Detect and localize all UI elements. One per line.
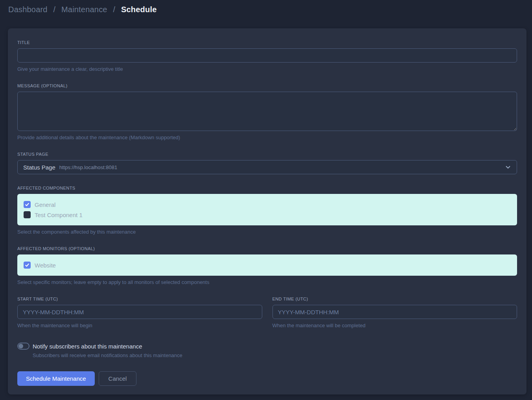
notify-subscribers-toggle[interactable] — [17, 343, 29, 350]
breadcrumb-maintenance[interactable]: Maintenance — [61, 5, 107, 14]
check-icon — [25, 263, 29, 267]
toggle-knob — [18, 344, 23, 348]
breadcrumb-separator: / — [113, 5, 115, 14]
title-input[interactable] — [17, 48, 517, 63]
status-page-field: STATUS PAGE Status Page https://hsp.loca… — [17, 152, 517, 174]
schedule-maintenance-form-panel: TITLE Give your maintenance a clear, des… — [8, 28, 526, 394]
title-hint: Give your maintenance a clear, descripti… — [17, 66, 517, 72]
check-icon — [25, 202, 29, 207]
component-option-general[interactable]: General — [24, 199, 511, 210]
breadcrumb: Dashboard / Maintenance / Schedule — [8, 5, 157, 14]
status-page-selected-url: https://hsp.localhost:8081 — [59, 164, 117, 170]
form-actions: Schedule Maintenance Cancel — [17, 371, 517, 386]
message-label: MESSAGE (OPTIONAL) — [17, 83, 517, 88]
affected-components-hint: Select the components affected by this m… — [17, 229, 517, 235]
notify-hint: Subscribers will receive email notificat… — [33, 352, 517, 358]
start-time-label: START TIME (UTC) — [17, 297, 262, 301]
monitor-option-website[interactable]: Website — [24, 260, 511, 270]
time-fields: START TIME (UTC) When the maintenance wi… — [17, 297, 517, 328]
monitor-option-label: Website — [35, 262, 56, 269]
schedule-maintenance-button[interactable]: Schedule Maintenance — [17, 371, 95, 386]
chevron-down-icon — [505, 164, 511, 170]
affected-monitors-label: AFFECTED MONITORS (OPTIONAL) — [17, 246, 517, 251]
message-textarea[interactable] — [17, 92, 517, 131]
affected-monitors-hint: Select specific monitors; leave empty to… — [17, 279, 517, 285]
end-time-label: END TIME (UTC) — [272, 297, 517, 301]
notify-section: Notify subscribers about this maintenanc… — [17, 343, 517, 358]
status-page-label: STATUS PAGE — [17, 152, 517, 157]
end-time-input[interactable] — [272, 305, 517, 319]
affected-components-label: AFFECTED COMPONENTS — [17, 186, 517, 190]
component-option-label: General — [35, 201, 55, 208]
end-time-field: END TIME (UTC) When the maintenance will… — [272, 297, 517, 328]
checkbox-test-component-1[interactable] — [24, 211, 31, 218]
title-field: TITLE Give your maintenance a clear, des… — [17, 40, 517, 72]
notify-toggle-label: Notify subscribers about this maintenanc… — [33, 343, 142, 350]
cancel-button[interactable]: Cancel — [99, 371, 137, 386]
breadcrumb-separator: / — [53, 5, 55, 14]
breadcrumb-dashboard[interactable]: Dashboard — [8, 5, 48, 14]
end-time-hint: When the maintenance will be completed — [272, 323, 517, 328]
notify-toggle-row: Notify subscribers about this maintenanc… — [17, 343, 517, 350]
title-label: TITLE — [17, 40, 517, 45]
message-field: MESSAGE (OPTIONAL) Provide additional de… — [17, 83, 517, 140]
message-hint: Provide additional details about the mai… — [17, 135, 517, 140]
affected-monitors-list: Website — [17, 254, 517, 276]
component-option-test-component-1[interactable]: Test Component 1 — [24, 210, 511, 220]
start-time-hint: When the maintenance will begin — [17, 323, 262, 328]
component-option-label: Test Component 1 — [35, 212, 83, 218]
status-page-selected-name: Status Page — [23, 164, 55, 171]
top-header: Dashboard / Maintenance / Schedule — [0, 0, 532, 19]
checkbox-website[interactable] — [24, 262, 31, 269]
breadcrumb-current-schedule: Schedule — [121, 5, 157, 14]
affected-components-list: General Test Component 1 — [17, 194, 517, 225]
checkbox-general[interactable] — [24, 201, 31, 208]
start-time-field: START TIME (UTC) When the maintenance wi… — [17, 297, 262, 328]
status-page-select[interactable]: Status Page https://hsp.localhost:8081 — [17, 160, 517, 174]
affected-components-field: AFFECTED COMPONENTS General Test Compone… — [17, 186, 517, 235]
affected-monitors-field: AFFECTED MONITORS (OPTIONAL) Website Sel… — [17, 246, 517, 285]
start-time-input[interactable] — [17, 305, 262, 319]
